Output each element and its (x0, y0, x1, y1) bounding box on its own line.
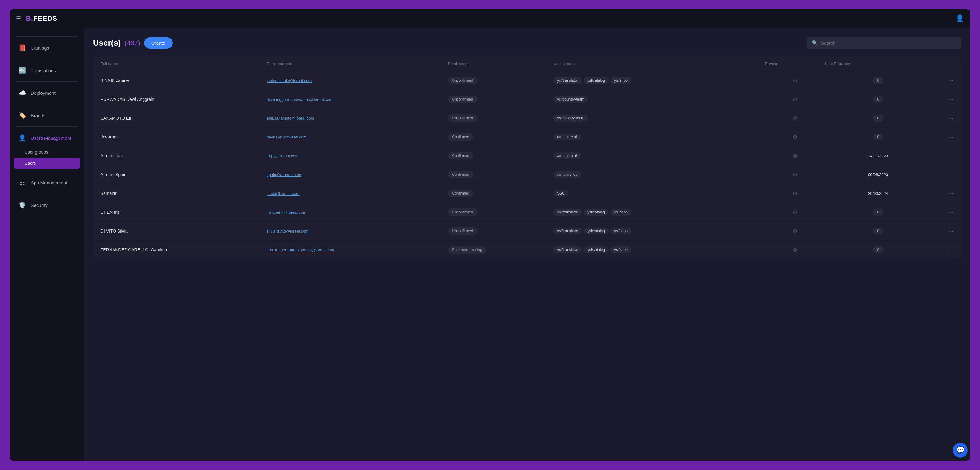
cell-fullname: CHEN Iris (100, 210, 267, 214)
more-actions-button[interactable]: ··· (931, 115, 953, 122)
catalogs-icon: 📕 (19, 44, 26, 51)
status-badge: Unconfirmed (448, 77, 477, 84)
sidebar-item-deployment[interactable]: ☁️ Deployment (10, 84, 84, 102)
cell-email[interactable]: silvia.divito@loreal.com (267, 229, 448, 233)
user-avatar-icon[interactable]: 👤 (956, 14, 964, 22)
entrance-value: 20/03/2024 (868, 191, 888, 196)
cell-revoke[interactable]: ⊘ (765, 209, 825, 216)
table-row[interactable]: Armani Spain spain@armani.com Confirmed … (93, 165, 961, 184)
cell-email[interactable]: trap@armani.com (267, 154, 448, 158)
create-button[interactable]: Create (144, 37, 173, 49)
sidebar-item-users-management[interactable]: 👤 Users Management (10, 129, 84, 146)
cell-email[interactable]: s.adi@bweez.com (267, 191, 448, 196)
cell-entrance: 0 (825, 209, 931, 216)
sidebar-item-brands[interactable]: 🏷️ Brands (10, 107, 84, 124)
cell-email[interactable]: iris.chen4@loreal.com (267, 210, 448, 214)
cell-revoke[interactable]: ⊘ (765, 228, 825, 234)
divider-3 (16, 104, 78, 104)
sidebar-item-deployment-label: Deployment (31, 91, 56, 95)
more-actions-button[interactable]: ··· (931, 209, 953, 216)
cell-revoke[interactable]: ⊘ (765, 96, 825, 103)
cell-revoke[interactable]: ⊘ (765, 246, 825, 253)
cell-status: Confirmed (448, 171, 554, 178)
table-row[interactable]: dev-trapp devtrapp@bweez.com Confirmed a… (93, 128, 961, 146)
table-row[interactable]: Armani trap trap@armani.com Confirmed ar… (93, 146, 961, 165)
cell-email[interactable]: janine.binnie@loreal.com (267, 78, 448, 83)
sidebar-item-app-management[interactable]: ⚏ App Management (10, 174, 84, 191)
entrance-value: 0 (873, 115, 883, 122)
col-header-status: Email status (448, 61, 554, 66)
topbar: ☰ B.FEEDS 👤 (10, 9, 970, 28)
cell-revoke[interactable]: ⊘ (765, 133, 825, 140)
cell-status: Confirmed (448, 190, 554, 197)
more-actions-button[interactable]: ··· (931, 96, 953, 103)
entrance-value: 24/11/2023 (868, 154, 888, 158)
cell-groups: ysl/translatorysl/catalogysl/shop (554, 77, 765, 84)
sidebar-item-security[interactable]: 🛡️ Security (10, 197, 84, 214)
user-count-badge: (467) (124, 39, 140, 47)
more-actions-button[interactable]: ··· (931, 228, 953, 234)
topbar-left: ☰ B.FEEDS (16, 14, 57, 22)
status-badge: Confirmed (448, 190, 474, 197)
table-row[interactable]: BINNIE Janine janine.binnie@loreal.com U… (93, 71, 961, 90)
sidebar-item-catalogs[interactable]: 📕 Catalogs (10, 39, 84, 56)
more-actions-button[interactable]: ··· (931, 78, 953, 84)
deployment-icon: ☁️ (19, 89, 26, 97)
entrance-value: 0 (873, 246, 883, 253)
cell-email[interactable]: devtrapp@bweez.com (267, 135, 448, 140)
more-actions-button[interactable]: ··· (931, 152, 953, 159)
cell-email[interactable]: spain@armani.com (267, 172, 448, 177)
cell-email[interactable]: dewianggreini.purwadas@loreal.com (267, 97, 448, 102)
status-badge: Confirmed (448, 152, 474, 159)
cell-status: Confirmed (448, 152, 554, 159)
table-row[interactable]: SAKAMOTO Emi emi.sakamoto@loreal.com Unc… (93, 109, 961, 128)
sidebar-item-translations[interactable]: 🔤 Translations (10, 62, 84, 79)
cell-revoke[interactable]: ⊘ (765, 115, 825, 122)
cell-status: Password-missing (448, 246, 554, 254)
search-input[interactable] (821, 40, 956, 46)
cell-email[interactable]: emi.sakamoto@loreal.com (267, 116, 448, 121)
entrance-value: 0 (873, 209, 883, 216)
translations-icon: 🔤 (19, 67, 26, 74)
sidebar-item-translations-label: Translations (31, 68, 56, 73)
logo-prefix: B. (26, 14, 33, 22)
group-tag: ysl/catalog (584, 77, 609, 84)
group-tag: ysl/catalog (584, 209, 609, 216)
cell-entrance: 20/03/2024 (825, 191, 931, 196)
table-row[interactable]: FERNANDEZ GARELLO, Carolina carolina.fer… (93, 241, 961, 259)
more-actions-button[interactable]: ··· (931, 190, 953, 197)
cell-entrance: 0 (825, 96, 931, 103)
cell-fullname: DI VITO Silvia (100, 229, 267, 233)
cell-entrance: 0 (825, 246, 931, 253)
cell-status: Unconfirmed (448, 114, 554, 122)
cell-email[interactable]: carolina.fernandezgarello@loreal.com (267, 248, 448, 252)
divider-1 (16, 59, 78, 59)
divider-5 (16, 171, 78, 171)
sidebar-sub-item-users-label: Users (25, 161, 36, 166)
table-row[interactable]: CHEN Iris iris.chen4@loreal.com Unconfir… (93, 203, 961, 222)
more-actions-button[interactable]: ··· (931, 171, 953, 178)
sidebar-sub-item-users[interactable]: Users (14, 157, 80, 169)
cell-status: Unconfirmed (448, 208, 554, 216)
table-row[interactable]: PURWADAS Dewi Anggreini dewianggreini.pu… (93, 90, 961, 109)
status-badge: Unconfirmed (448, 114, 477, 122)
status-badge: Confirmed (448, 171, 474, 178)
group-tag: ysl/country-team (554, 96, 588, 103)
cell-revoke[interactable]: ⊘ (765, 171, 825, 178)
sidebar-item-security-label: Security (31, 203, 48, 208)
more-actions-button[interactable]: ··· (931, 134, 953, 140)
cell-revoke[interactable]: ⊘ (765, 190, 825, 197)
more-actions-button[interactable]: ··· (931, 247, 953, 253)
hamburger-icon[interactable]: ☰ (16, 15, 21, 22)
table-row[interactable]: Samahir s.adi@bweez.com Confirmed SSU ⊘ … (93, 184, 961, 203)
col-header-actions (931, 61, 953, 66)
status-badge: Unconfirmed (448, 227, 477, 235)
sidebar-sub-item-user-groups[interactable]: User groups (10, 146, 84, 157)
col-header-email: Email address (267, 61, 448, 66)
table-row[interactable]: DI VITO Silvia silvia.divito@loreal.com … (93, 222, 961, 241)
chat-bubble[interactable]: 💬 (953, 443, 968, 458)
cell-status: Unconfirmed (448, 95, 554, 103)
cell-revoke[interactable]: ⊘ (765, 152, 825, 159)
group-tag: ysl/translator (554, 209, 582, 216)
cell-revoke[interactable]: ⊘ (765, 77, 825, 84)
